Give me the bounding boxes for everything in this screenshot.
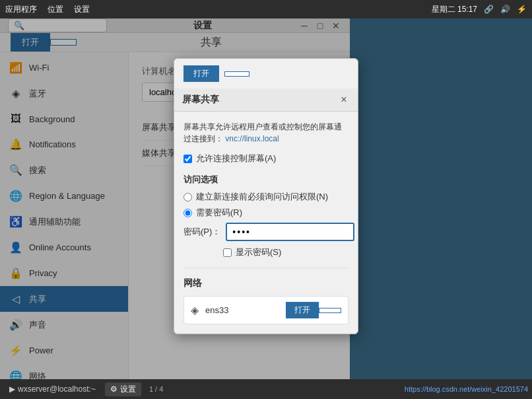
dialog-toggle-off[interactable] <box>224 71 249 77</box>
network-section-title: 网络 <box>183 275 349 289</box>
allow-control-row[interactable]: 允许连接控制屏幕(A) <box>183 153 349 164</box>
dialog-overlay: 打开 屏幕共享 × 屏幕共享允许远程用户查看或控制您的屏幕通过连接到： vnc:… <box>0 18 532 379</box>
dialog-title: 屏幕共享 <box>182 94 219 106</box>
topbar-left: 应用程序 位置 设置 <box>5 4 90 15</box>
password-label: 密码(P)： <box>183 226 220 238</box>
divider <box>183 268 349 268</box>
radio-password-row[interactable]: 需要密码(R) <box>183 207 349 219</box>
settings-menu[interactable]: 设置 <box>74 4 90 15</box>
terminal-item[interactable]: ▶ wxserver@localhost:~ <box>4 383 101 395</box>
screen-sharing-dialog: 打开 屏幕共享 × 屏幕共享允许远程用户查看或控制您的屏幕通过连接到： vnc:… <box>174 58 358 334</box>
show-password-checkbox[interactable] <box>223 248 232 257</box>
network-toggle-off[interactable] <box>319 308 341 313</box>
ask-radio-label: 建立新连接前必须询问访问权限(N) <box>196 191 328 203</box>
dialog-titlebar: 屏幕共享 × <box>174 89 358 112</box>
terminal-label: wxserver@localhost:~ <box>18 384 96 394</box>
apps-menu[interactable]: 应用程序 <box>5 4 37 15</box>
page-info: 1 / 4 <box>145 384 167 394</box>
settings-taskbar-item[interactable]: ⚙ 设置 <box>105 382 141 396</box>
topbar: 应用程序 位置 设置 星期二 15:17 🔗 🔊 ⚡ <box>0 0 532 18</box>
dialog-header: 打开 <box>174 59 358 82</box>
vnc-link[interactable]: vnc://linux.local <box>225 134 279 143</box>
terminal-icon: ▶ <box>9 384 15 394</box>
allow-control-label: 允许连接控制屏幕(A) <box>196 153 276 164</box>
network-interface-icon: ◈ <box>191 304 199 316</box>
topbar-right: 星期二 15:17 🔗 🔊 ⚡ <box>432 4 527 15</box>
show-password-label: 显示密码(S) <box>236 246 281 258</box>
dialog-description: 屏幕共享允许远程用户查看或控制您的屏幕通过连接到： vnc://linux.lo… <box>183 121 349 145</box>
dialog-close-button[interactable]: × <box>338 94 350 106</box>
password-input[interactable] <box>226 223 354 241</box>
audio-status-icon: 🔊 <box>500 5 510 14</box>
access-options-title: 访问选项 <box>183 174 349 186</box>
taskbar: ▶ wxserver@localhost:~ ⚙ 设置 1 / 4 https:… <box>0 379 532 399</box>
location-menu[interactable]: 位置 <box>48 4 63 15</box>
settings-taskbar-icon: ⚙ <box>110 384 117 394</box>
network-interface-row: ◈ ens33 打开 <box>183 296 349 324</box>
password-row: 密码(P)： <box>183 223 349 241</box>
network-toggle-on[interactable]: 打开 <box>286 302 319 318</box>
radio-ask-row[interactable]: 建立新连接前必须询问访问权限(N) <box>183 191 349 203</box>
ask-radio[interactable] <box>183 193 192 201</box>
taskbar-link[interactable]: https://blog.csdn.net/weixin_42201574 <box>405 385 528 393</box>
password-radio-label: 需要密码(R) <box>196 207 242 219</box>
datetime-display: 星期二 15:17 <box>432 4 477 15</box>
password-radio[interactable] <box>183 209 192 217</box>
show-password-row[interactable]: 显示密码(S) <box>183 246 349 258</box>
power-status-icon: ⚡ <box>517 5 527 14</box>
dialog-toggle-on[interactable]: 打开 <box>183 65 219 82</box>
dialog-body: 屏幕共享允许远程用户查看或控制您的屏幕通过连接到： vnc://linux.lo… <box>174 112 358 334</box>
network-toggle: 打开 <box>286 302 341 318</box>
settings-taskbar-label: 设置 <box>120 384 136 395</box>
network-interface-name: ens33 <box>205 305 279 315</box>
network-status-icon: 🔗 <box>484 5 494 14</box>
allow-control-checkbox[interactable] <box>183 155 192 163</box>
